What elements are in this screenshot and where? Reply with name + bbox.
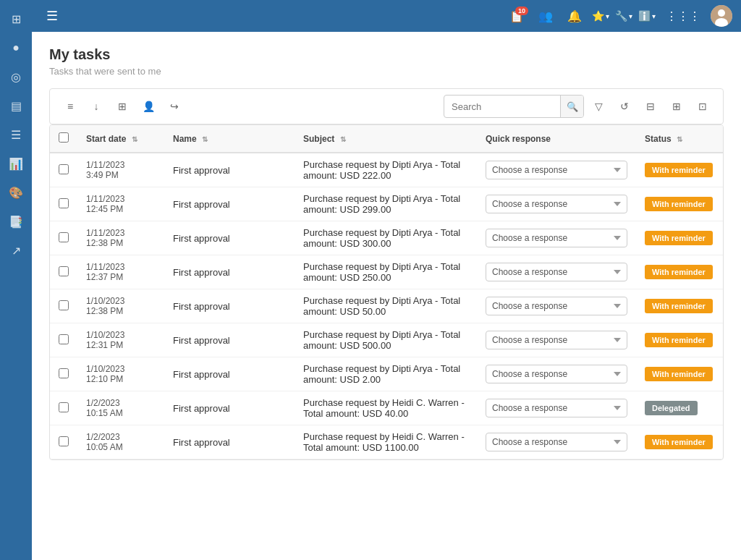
- apps-icon[interactable]: ⋮⋮⋮: [661, 7, 705, 26]
- row-checkbox[interactable]: [59, 232, 69, 242]
- documents-icon[interactable]: 📋 10: [505, 7, 528, 26]
- sidebar-icon-target[interactable]: ◎: [3, 64, 29, 90]
- wrench-icon: 🔧: [615, 10, 627, 22]
- row-checkbox-cell: [50, 357, 77, 391]
- sidebar-icon-inbox[interactable]: ▤: [3, 93, 29, 119]
- header-quick-response: Quick response: [477, 125, 636, 153]
- favorites-arrow: ▾: [606, 12, 609, 20]
- hamburger-menu[interactable]: ☰: [41, 5, 64, 27]
- response-select[interactable]: Choose a response: [486, 365, 627, 383]
- user-avatar[interactable]: [711, 5, 732, 27]
- filter-button[interactable]: ▽: [587, 95, 610, 118]
- sidebar-icon-list[interactable]: ☰: [3, 122, 29, 148]
- row-quick-response: Choose a response: [477, 391, 636, 425]
- row-quick-response: Choose a response: [477, 425, 636, 459]
- info-icon: ℹ️: [638, 10, 651, 22]
- collapse-button[interactable]: ⊟: [639, 95, 662, 118]
- row-name: First approval: [164, 153, 295, 187]
- status-badge: With reminder: [645, 163, 713, 177]
- header-status: Status ⇅: [636, 125, 723, 153]
- forward-button[interactable]: ↪: [163, 95, 186, 118]
- row-checkbox[interactable]: [59, 334, 69, 344]
- row-status: With reminder: [636, 289, 723, 323]
- row-status: With reminder: [636, 323, 723, 357]
- download-button[interactable]: ↓: [85, 95, 108, 118]
- sidebar-icon-share[interactable]: ↗: [3, 237, 29, 263]
- row-start-date: 1/10/202312:31 PM: [77, 323, 164, 357]
- status-badge: With reminder: [645, 435, 713, 449]
- response-select[interactable]: Choose a response: [486, 399, 627, 417]
- header-checkbox-cell: [50, 125, 77, 153]
- sort-status-icon[interactable]: ⇅: [677, 135, 682, 143]
- info-arrow: ▾: [652, 12, 656, 20]
- response-select[interactable]: Choose a response: [486, 161, 627, 179]
- sort-name-icon[interactable]: ⇅: [202, 135, 208, 143]
- sidebar-icon-report[interactable]: 📑: [3, 208, 29, 234]
- row-start-date: 1/11/202312:37 PM: [77, 255, 164, 289]
- row-status: With reminder: [636, 187, 723, 221]
- tasks-table: Start date ⇅ Name ⇅ Subject ⇅ Quick resp…: [50, 125, 723, 459]
- bell-icon[interactable]: 🔔: [563, 7, 586, 26]
- main-area: ☰ 📋 10 👥 🔔 ⭐ ▾ 🔧 ▾ ℹ️ ▾ ⋮⋮⋮: [32, 0, 741, 560]
- row-checkbox-cell: [50, 187, 77, 221]
- sidebar-icon-circle[interactable]: ●: [3, 35, 29, 61]
- row-status: With reminder: [636, 255, 723, 289]
- row-checkbox[interactable]: [59, 164, 69, 174]
- row-checkbox[interactable]: [59, 266, 69, 276]
- response-select[interactable]: Choose a response: [486, 195, 627, 213]
- page-subtitle: Tasks that were sent to me: [49, 66, 724, 77]
- row-checkbox[interactable]: [59, 198, 69, 208]
- row-checkbox[interactable]: [59, 402, 69, 412]
- row-subject: Purchase request by Heidi C. Warren - To…: [295, 391, 477, 425]
- status-badge: With reminder: [645, 231, 713, 245]
- favorites-nav[interactable]: ⭐ ▾: [592, 10, 609, 22]
- row-subject: Purchase request by Dipti Arya - Total a…: [295, 221, 477, 255]
- sidebar-icon-chart[interactable]: 📊: [3, 150, 29, 177]
- row-subject: Purchase request by Dipti Arya - Total a…: [295, 153, 477, 187]
- sidebar-icon-palette[interactable]: 🎨: [3, 179, 29, 205]
- response-select[interactable]: Choose a response: [486, 263, 627, 281]
- response-select[interactable]: Choose a response: [486, 331, 627, 349]
- grid-view-button[interactable]: ⊞: [111, 95, 134, 118]
- row-start-date: 1/2/202310:15 AM: [77, 391, 164, 425]
- row-start-date: 1/11/20233:49 PM: [77, 153, 164, 187]
- status-badge: With reminder: [645, 197, 713, 211]
- tools-arrow: ▾: [629, 12, 632, 20]
- more-options-button[interactable]: ⊡: [691, 95, 714, 118]
- row-quick-response: Choose a response: [477, 289, 636, 323]
- response-select[interactable]: Choose a response: [486, 433, 627, 451]
- view-options-button[interactable]: ⊞: [665, 95, 688, 118]
- row-subject: Purchase request by Dipti Arya - Total a…: [295, 187, 477, 221]
- search-button[interactable]: 🔍: [560, 95, 583, 118]
- content-area: My tasks Tasks that were sent to me ≡ ↓ …: [32, 32, 741, 560]
- sort-subject-icon[interactable]: ⇅: [340, 135, 346, 143]
- response-select[interactable]: Choose a response: [486, 297, 627, 315]
- user-button[interactable]: 👤: [137, 95, 160, 118]
- row-quick-response: Choose a response: [477, 323, 636, 357]
- info-nav[interactable]: ℹ️ ▾: [638, 10, 656, 22]
- search-input[interactable]: [444, 101, 560, 112]
- row-subject: Purchase request by Dipti Arya - Total a…: [295, 255, 477, 289]
- sort-start-date-icon[interactable]: ⇅: [132, 135, 137, 143]
- row-checkbox-cell: [50, 255, 77, 289]
- list-view-button[interactable]: ≡: [59, 95, 82, 118]
- row-subject: Purchase request by Dipti Arya - Total a…: [295, 357, 477, 391]
- row-checkbox[interactable]: [59, 368, 69, 378]
- row-subject: Purchase request by Dipti Arya - Total a…: [295, 323, 477, 357]
- people-icon[interactable]: 👥: [534, 7, 557, 26]
- header-name: Name ⇅: [164, 125, 295, 153]
- row-checkbox-cell: [50, 391, 77, 425]
- svg-point-1: [718, 9, 725, 17]
- select-all-checkbox[interactable]: [59, 132, 69, 143]
- refresh-button[interactable]: ↺: [613, 95, 636, 118]
- response-select[interactable]: Choose a response: [486, 229, 627, 247]
- sidebar-icon-grid[interactable]: ⊞: [3, 6, 29, 32]
- row-checkbox[interactable]: [59, 436, 69, 446]
- header-subject: Subject ⇅: [295, 125, 477, 153]
- row-checkbox[interactable]: [59, 300, 69, 310]
- row-name: First approval: [164, 289, 295, 323]
- tools-nav[interactable]: 🔧 ▾: [615, 10, 632, 22]
- row-name: First approval: [164, 425, 295, 459]
- table-row: 1/11/20233:49 PMFirst approvalPurchase r…: [50, 153, 723, 187]
- status-badge: With reminder: [645, 265, 713, 279]
